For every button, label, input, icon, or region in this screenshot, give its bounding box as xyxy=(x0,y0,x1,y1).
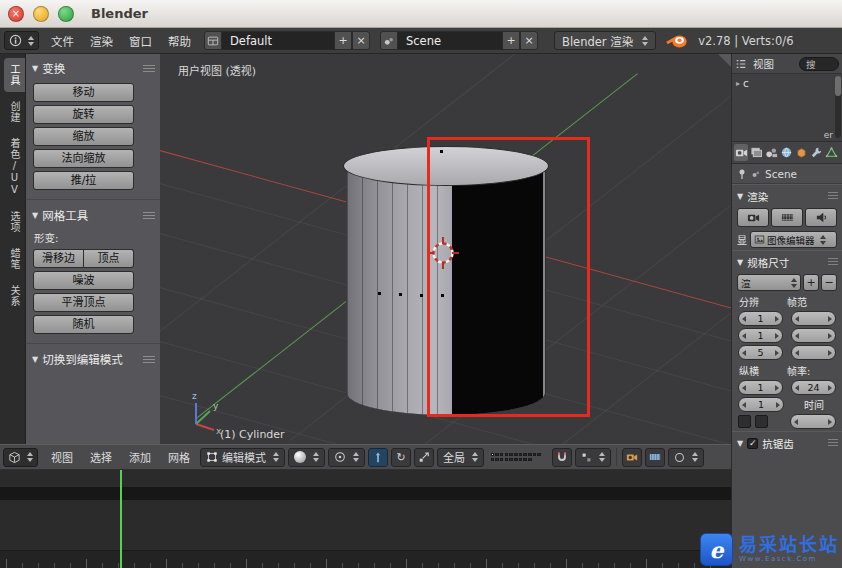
layer-toggle[interactable] xyxy=(523,453,527,457)
editor-type-button-3dview[interactable] xyxy=(3,448,38,467)
resolution-y-field[interactable]: 1 xyxy=(738,328,783,343)
menu-help[interactable]: 帮助 xyxy=(161,33,198,49)
window-minimize-button[interactable] xyxy=(33,6,49,22)
edge-slide-button[interactable]: 滑移边 xyxy=(33,249,84,268)
render-panel-header[interactable]: ▼ 渲染 xyxy=(732,184,842,206)
layer-toggle[interactable] xyxy=(500,453,504,457)
browse-scene-icon[interactable] xyxy=(380,31,398,50)
bottom-panel-header[interactable]: ▼ 切换到编辑模式 xyxy=(26,347,160,371)
layer-toggle[interactable] xyxy=(523,458,527,462)
tab-create[interactable]: 创建 xyxy=(4,95,25,129)
breadcrumb-label[interactable]: Scene xyxy=(765,168,797,180)
window-maximize-button[interactable] xyxy=(58,6,74,22)
layer-toggle[interactable] xyxy=(500,458,504,462)
panel-grip-handle[interactable] xyxy=(828,191,838,199)
panel-grip-handle[interactable] xyxy=(143,354,155,363)
frame-end-field[interactable] xyxy=(791,328,836,343)
panel-grip-handle[interactable] xyxy=(143,63,155,72)
viewport-3d[interactable]: x y z 用户视图 (透视) (1) Cylinder xyxy=(160,54,731,444)
layer-toggle[interactable] xyxy=(491,458,495,462)
smooth-vertex-button[interactable]: 平滑顶点 xyxy=(33,293,134,312)
delete-screen-layout-button[interactable]: × xyxy=(352,31,370,50)
layer-toggle[interactable] xyxy=(505,458,509,462)
menu-window[interactable]: 窗口 xyxy=(122,33,159,49)
screen-layout-field[interactable]: Default xyxy=(222,31,334,50)
timeline-ruler[interactable] xyxy=(0,550,731,568)
layer-toggle[interactable] xyxy=(491,453,495,457)
panel-grip-handle[interactable] xyxy=(828,257,838,265)
crop-checkbox[interactable] xyxy=(755,415,768,428)
aspect-y-field[interactable]: 1 xyxy=(738,397,784,412)
opengl-render-anim-button[interactable] xyxy=(645,448,665,467)
mode-dropdown[interactable]: 编辑模式 xyxy=(200,448,285,467)
mesh-vertex[interactable] xyxy=(399,293,402,296)
tab-render-layers-icon[interactable] xyxy=(749,144,763,161)
outliner-editor-icon[interactable] xyxy=(735,58,747,70)
mesh-vertex[interactable] xyxy=(378,292,381,295)
layer-toggle[interactable] xyxy=(495,453,499,457)
delete-scene-button[interactable]: × xyxy=(520,31,538,50)
shrink-fatten-button[interactable]: 法向缩放 xyxy=(33,149,134,168)
tab-grease-pencil[interactable]: 蜡笔 xyxy=(4,242,25,276)
noise-button[interactable]: 噪波 xyxy=(33,271,134,290)
layer-toggle[interactable] xyxy=(509,453,513,457)
layer-toggle[interactable] xyxy=(533,453,537,457)
tab-world-icon[interactable] xyxy=(779,144,793,161)
outliner-view-menu[interactable]: 视图 xyxy=(751,56,776,71)
add-screen-layout-button[interactable]: + xyxy=(334,31,352,50)
menu-render[interactable]: 渲染 xyxy=(83,33,120,49)
outliner-tree[interactable]: ▸ c er xyxy=(732,74,842,142)
render-audio-button[interactable] xyxy=(805,208,837,227)
snap-magnet-button[interactable] xyxy=(552,448,572,467)
manipulator-rotate-button[interactable]: ↻ xyxy=(391,448,411,467)
render-engine-dropdown[interactable]: Blender 渲染 xyxy=(554,31,656,50)
fps-field[interactable]: 24 xyxy=(791,380,836,395)
meshtools-panel-header[interactable]: ▼ 网格工具 xyxy=(26,203,160,227)
tab-options[interactable]: 选项 xyxy=(4,205,25,239)
panel-grip-handle[interactable] xyxy=(143,210,155,219)
render-animation-button[interactable] xyxy=(771,208,803,227)
menu-view3d-view[interactable]: 视图 xyxy=(44,449,80,465)
mesh-vertex[interactable] xyxy=(420,294,423,297)
remove-preset-button[interactable]: − xyxy=(821,274,837,291)
frame-step-field[interactable] xyxy=(791,345,836,360)
layer-toggle[interactable] xyxy=(519,458,523,462)
layer-toggle[interactable] xyxy=(519,453,523,457)
outliner-item[interactable]: ▸ c xyxy=(732,74,842,92)
tab-shading-uv[interactable]: 着色/UV xyxy=(4,132,25,202)
antialiasing-checkbox[interactable]: ✓ xyxy=(747,438,758,449)
layer-toggle[interactable] xyxy=(514,458,518,462)
pivot-dropdown[interactable] xyxy=(328,448,365,467)
tab-relations[interactable]: 关系 xyxy=(4,279,25,313)
layer-toggle[interactable] xyxy=(514,453,518,457)
randomize-button[interactable]: 随机 xyxy=(33,315,134,334)
resolution-percent-field[interactable]: 5 xyxy=(738,345,783,360)
browse-screen-layout-icon[interactable] xyxy=(204,31,222,50)
render-image-button[interactable] xyxy=(737,208,769,227)
window-close-button[interactable]: × xyxy=(8,6,24,22)
manipulator-scale-button[interactable] xyxy=(414,448,434,467)
outliner-search-input[interactable]: 搜 xyxy=(799,57,839,71)
tab-render-icon[interactable] xyxy=(734,144,748,161)
viewport-shading-dropdown[interactable] xyxy=(288,448,325,467)
tab-object-data-icon[interactable] xyxy=(824,144,838,161)
menu-view3d-select[interactable]: 选择 xyxy=(83,449,119,465)
tab-scene-icon[interactable] xyxy=(764,144,778,161)
menu-view3d-add[interactable]: 添加 xyxy=(122,449,158,465)
disclosure-triangle-icon[interactable]: ▸ xyxy=(736,79,740,88)
orientation-dropdown[interactable]: 全局 xyxy=(437,448,484,467)
tab-object-icon[interactable] xyxy=(794,144,808,161)
menu-file[interactable]: 文件 xyxy=(44,33,81,49)
rotate-button[interactable]: 旋转 xyxy=(33,105,134,124)
timeline-playhead[interactable] xyxy=(120,470,122,568)
manipulator-translate-button[interactable] xyxy=(368,448,388,467)
aspect-x-field[interactable]: 1 xyxy=(738,380,783,395)
tab-modifiers-icon[interactable] xyxy=(809,144,823,161)
layer-toggle[interactable] xyxy=(537,453,541,457)
area-corner-widget[interactable] xyxy=(718,54,731,67)
push-pull-button[interactable]: 推/拉 xyxy=(33,171,134,190)
layer-toggle[interactable] xyxy=(528,458,532,462)
layer-toggle[interactable] xyxy=(528,453,532,457)
timeline-editor[interactable] xyxy=(0,470,731,568)
editor-type-button-info[interactable] xyxy=(4,31,39,50)
